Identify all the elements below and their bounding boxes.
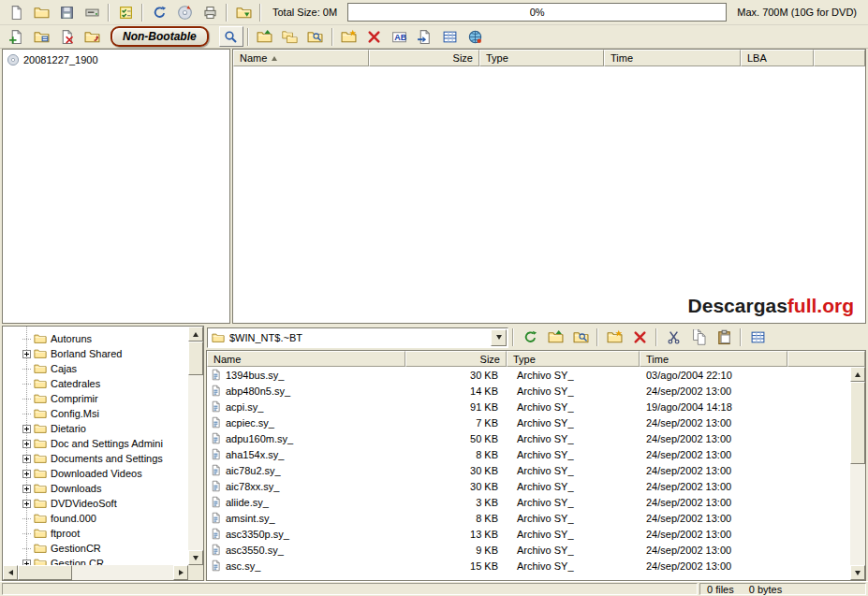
tree-item[interactable]: Config.Msi (3, 406, 188, 421)
save-button[interactable] (54, 2, 79, 22)
folder-up-button[interactable] (543, 327, 567, 348)
file-size: 30 KB (405, 465, 507, 476)
burn-button[interactable] (172, 2, 197, 22)
column-header-lba[interactable]: LBA (741, 50, 814, 66)
folder-switch-button[interactable] (278, 26, 302, 47)
add-file-button[interactable] (4, 26, 28, 47)
table-row[interactable]: asc.sy_15 KBArchivo SY_24/sep/2002 13:00 (207, 558, 850, 574)
table-row[interactable]: aha154x.sy_8 KBArchivo SY_24/sep/2002 13… (207, 446, 850, 462)
new-document-button[interactable] (4, 2, 28, 22)
expand-plus-icon[interactable] (22, 455, 31, 463)
expand-plus-icon[interactable] (22, 425, 31, 433)
column-header-name[interactable]: Name (207, 351, 405, 367)
paste-button[interactable] (712, 327, 736, 348)
tree-item[interactable]: Downloaded Videos (3, 466, 188, 481)
table-row[interactable]: acpi.sy_91 KBArchivo SY_19/ago/2004 14:1… (207, 399, 850, 414)
column-label: Size (480, 354, 500, 365)
column-header-type[interactable]: Type (479, 50, 604, 66)
tree-item[interactable]: Autoruns (3, 331, 188, 346)
refresh-button[interactable] (147, 2, 171, 22)
column-header-size[interactable]: Size (369, 50, 479, 66)
file-time: 24/sep/2002 13:00 (640, 449, 787, 460)
file-list-vertical-scrollbar[interactable] (850, 367, 865, 580)
table-row[interactable]: abp480n5.sy_14 KBArchivo SY_24/sep/2002 … (207, 383, 850, 399)
column-header-name[interactable]: Name (233, 50, 369, 66)
tree-vertical-scrollbar[interactable] (188, 327, 203, 565)
expand-plus-icon[interactable] (22, 485, 31, 493)
scroll-track[interactable] (188, 342, 203, 550)
tree-item[interactable]: DVDVideoSoft (3, 496, 188, 511)
open-button[interactable] (29, 2, 53, 22)
expand-plus-icon[interactable] (22, 440, 31, 448)
tree-item[interactable]: Borland Shared (3, 346, 188, 361)
tree-item[interactable]: Gestion CR (3, 556, 188, 565)
tree-horizontal-scrollbar[interactable] (3, 565, 188, 580)
scroll-up-button[interactable] (850, 367, 865, 382)
table-row[interactable]: asc3350p.sy_13 KBArchivo SY_24/sep/2002 … (207, 526, 850, 542)
folder-find-button[interactable] (568, 327, 593, 348)
delete-button[interactable] (627, 327, 652, 348)
rename-button[interactable]: AB (388, 26, 412, 47)
table-row[interactable]: aliide.sy_3 KBArchivo SY_24/sep/2002 13:… (207, 494, 850, 510)
remove-file-button[interactable] (54, 26, 79, 47)
scroll-track[interactable] (850, 382, 865, 565)
table-row[interactable]: asc3550.sy_9 KBArchivo SY_24/sep/2002 13… (207, 542, 850, 558)
column-header-time[interactable]: Time (640, 351, 787, 367)
search-button[interactable] (219, 26, 243, 47)
tree-item[interactable]: ftproot (3, 526, 188, 541)
tree-item[interactable]: found.000 (3, 511, 188, 526)
scroll-thumb[interactable] (18, 565, 72, 580)
tree-item[interactable]: Catedrales (3, 376, 188, 391)
verify-button[interactable] (113, 2, 138, 22)
table-row[interactable]: aic78xx.sy_30 KBArchivo SY_24/sep/2002 1… (207, 478, 850, 494)
status-bar: 0 files 0 bytes (0, 581, 868, 596)
print-button[interactable] (198, 2, 222, 22)
refresh-list-button[interactable] (518, 327, 542, 348)
expand-plus-icon[interactable] (22, 470, 31, 478)
tree-item[interactable]: Comprimir (3, 391, 188, 406)
scroll-down-button[interactable] (188, 550, 203, 565)
new-folder-button[interactable] (337, 26, 361, 47)
folder-up-button[interactable] (253, 26, 277, 47)
table-row[interactable]: amsint.sy_8 KBArchivo SY_24/sep/2002 13:… (207, 510, 850, 526)
table-row[interactable]: acpiec.sy_7 KBArchivo SY_24/sep/2002 13:… (207, 414, 850, 430)
add-folder-button[interactable] (29, 26, 53, 47)
tree-item[interactable]: GestionCR (3, 541, 188, 556)
expand-plus-icon[interactable] (22, 500, 31, 508)
export-button[interactable] (413, 26, 437, 47)
tree-item[interactable]: Doc and Settings Admini (3, 436, 188, 451)
dropdown-arrow-button[interactable] (491, 329, 507, 346)
table-row[interactable]: aic78u2.sy_30 KBArchivo SY_24/sep/2002 1… (207, 462, 850, 478)
scroll-down-button[interactable] (850, 565, 865, 580)
scroll-up-button[interactable] (188, 327, 203, 342)
folder-find-button[interactable] (303, 26, 328, 47)
scroll-thumb[interactable] (850, 382, 865, 464)
scroll-right-button[interactable] (173, 565, 188, 580)
view-details-button[interactable] (438, 26, 463, 47)
path-dropdown[interactable]: $WIN_NT$.~BT (207, 327, 508, 348)
info-globe-button[interactable] (463, 26, 488, 47)
column-header-time[interactable]: Time (604, 50, 741, 66)
new-directory-button[interactable] (80, 26, 104, 47)
column-header-size[interactable]: Size (405, 351, 507, 367)
scroll-track[interactable] (18, 565, 173, 580)
file-name: asc3550.sy_ (226, 545, 284, 556)
expand-plus-icon[interactable] (22, 350, 31, 358)
cut-button[interactable] (661, 327, 685, 348)
table-row[interactable]: 1394bus.sy_30 KBArchivo SY_03/ago/2004 2… (207, 367, 850, 383)
scroll-left-button[interactable] (3, 565, 18, 580)
tree-item[interactable]: Downloads (3, 481, 188, 496)
details-view-button[interactable] (745, 327, 770, 348)
tree-item[interactable]: Cajas (3, 361, 188, 376)
new-folder-button[interactable] (602, 327, 626, 348)
scroll-thumb[interactable] (188, 342, 203, 375)
tree-item[interactable]: Documents and Settings (3, 451, 188, 466)
table-row[interactable]: adpu160m.sy_50 KBArchivo SY_24/sep/2002 … (207, 430, 850, 446)
tree-item[interactable]: Dietario (3, 421, 188, 436)
extract-button[interactable] (231, 2, 256, 22)
delete-button[interactable] (362, 26, 387, 47)
column-header-type[interactable]: Type (507, 351, 640, 367)
mount-drive-button[interactable] (80, 2, 104, 22)
copy-button[interactable] (686, 327, 711, 348)
iso-root-item[interactable]: 20081227_1900 (5, 51, 228, 68)
